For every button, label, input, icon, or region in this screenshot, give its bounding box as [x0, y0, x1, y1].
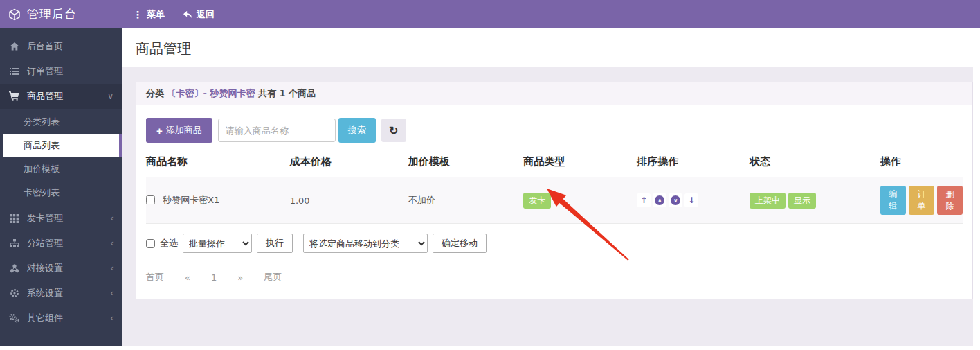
arrow-down-icon: ↓ [688, 195, 695, 205]
category-name: 〔卡密〕- 秒赞网卡密 [167, 88, 255, 98]
sort-up-button[interactable]: ↑ [637, 193, 651, 207]
row-checkbox[interactable] [146, 195, 155, 204]
table-row: 秒赞网卡密X1 1.00 不加价 发卡 ↑ ∧ ∨ [146, 177, 963, 224]
sidebar: 后台首页 订单管理 商品管理 ∨ 分类列表 商品列表 加价模板 [0, 28, 122, 346]
delete-button[interactable]: 删除 [937, 186, 963, 215]
status-cell: 上架中 显示 [750, 177, 880, 224]
sidebar-item-card-mgmt[interactable]: 发卡管理 ‹ [0, 206, 122, 231]
select-all-label: 全选 [160, 237, 178, 250]
col-header-name: 商品名称 [146, 147, 290, 177]
type-badge: 发卡 [523, 193, 551, 209]
add-product-button[interactable]: + 添加商品 [146, 118, 212, 143]
sidebar-item-dashboard[interactable]: 后台首页 [0, 34, 122, 59]
confirm-move-button[interactable]: 确定移动 [433, 234, 487, 253]
type-cell: 发卡 [523, 177, 637, 224]
back-link[interactable]: 返回 [183, 8, 215, 21]
cost-cell: 1.00 [290, 177, 408, 224]
chevron-left-icon: ‹ [110, 213, 114, 223]
gears-icon [8, 313, 20, 323]
chevron-down-icon: ∨ [107, 91, 114, 101]
product-table: 商品名称 成本价格 加价模板 商品类型 排序操作 状态 操作 [146, 147, 963, 224]
sidebar-item-label: 对接设置 [27, 262, 63, 274]
sort-cell: ↑ ∧ ∨ ↓ [637, 177, 750, 224]
page-title: 商品管理 [136, 40, 959, 58]
plus-icon: + [156, 125, 163, 137]
sort-to-top-button[interactable]: ∧ [653, 193, 666, 207]
submenu-item-label: 分类列表 [24, 116, 60, 128]
grid-icon [8, 214, 20, 223]
sidebar-item-products[interactable]: 商品管理 ∨ [0, 84, 122, 109]
toolbar: + 添加商品 搜索 ↻ [146, 118, 963, 143]
col-header-sort: 排序操作 [637, 147, 750, 177]
content-area: 分类 〔卡密〕- 秒赞网卡密 共有 1 个商品 + 添加商品 搜索 ↻ [122, 67, 973, 299]
submenu-item-label: 卡密列表 [24, 186, 60, 199]
actions-cell: 编辑 订单 删除 [880, 177, 963, 224]
brand[interactable]: 管理后台 [0, 6, 122, 22]
execute-button[interactable]: 执行 [257, 234, 293, 253]
sidebar-item-card-list[interactable]: 卡密列表 [0, 181, 122, 204]
submenu-item-label: 商品列表 [24, 139, 60, 152]
topbar: 管理后台 ⋮ 菜单 返回 [0, 0, 980, 28]
chevron-left-icon: ‹ [110, 288, 114, 298]
menu-label: 菜单 [147, 8, 165, 21]
last-page-link[interactable]: 尾页 [264, 271, 282, 283]
col-header-actions: 操作 [880, 147, 963, 177]
refresh-button[interactable]: ↻ [381, 119, 406, 142]
prev-page-link[interactable]: « [185, 272, 190, 283]
panel-header: 分类 〔卡密〕- 秒赞网卡密 共有 1 个商品 [136, 82, 972, 105]
status-badge-onsale[interactable]: 上架中 [750, 193, 786, 209]
sidebar-item-category-list[interactable]: 分类列表 [0, 110, 122, 134]
product-name: 秒赞网卡密X1 [163, 195, 219, 205]
sidebar-item-orders[interactable]: 订单管理 [0, 59, 122, 84]
sidebar-item-markup-template[interactable]: 加价模板 [0, 157, 122, 181]
markup-cell: 不加价 [408, 177, 523, 224]
brand-title: 管理后台 [27, 6, 77, 22]
search-input[interactable] [218, 119, 336, 142]
product-count: 共有 1 个商品 [258, 88, 316, 98]
box-logo-icon [8, 8, 21, 21]
move-category-select[interactable]: 将选定商品移动到分类 [303, 234, 428, 253]
sidebar-item-label: 分站管理 [27, 237, 63, 250]
add-product-label: 添加商品 [166, 124, 202, 137]
order-button[interactable]: 订单 [909, 186, 934, 215]
first-page-link[interactable]: 首页 [146, 271, 164, 283]
sidebar-item-components[interactable]: 其它组件 ‹ [0, 306, 122, 331]
table-header-row: 商品名称 成本价格 加价模板 商品类型 排序操作 状态 操作 [146, 147, 963, 177]
chevron-left-icon: ‹ [110, 313, 114, 323]
col-header-type: 商品类型 [523, 147, 637, 177]
search-button[interactable]: 搜索 [338, 118, 376, 143]
list-icon [8, 67, 20, 76]
next-page-link[interactable]: » [237, 272, 243, 283]
chevron-left-icon: ‹ [110, 263, 114, 273]
circle-up-icon: ∧ [655, 195, 664, 205]
chevron-left-icon: ‹ [110, 238, 114, 248]
sidebar-item-docking[interactable]: 对接设置 ‹ [0, 256, 122, 281]
select-all-checkbox[interactable] [146, 239, 155, 248]
sidebar-item-label: 其它组件 [27, 312, 63, 324]
bulk-operations: 全选 批量操作 执行 将选定商品移动到分类 确定移动 [146, 234, 963, 253]
sidebar-item-product-list[interactable]: 商品列表 [3, 134, 122, 157]
product-panel: 分类 〔卡密〕- 秒赞网卡密 共有 1 个商品 + 添加商品 搜索 ↻ [136, 82, 973, 299]
edit-button[interactable]: 编辑 [880, 186, 906, 215]
status-badge-visible[interactable]: 显示 [788, 193, 816, 209]
home-icon [8, 42, 20, 51]
menu-icon: ⋮ [133, 9, 143, 20]
menu-toggle[interactable]: ⋮ 菜单 [133, 8, 165, 21]
sitemap-icon [8, 239, 20, 248]
sidebar-item-label: 订单管理 [27, 65, 63, 78]
sidebar-item-label: 商品管理 [27, 90, 63, 103]
col-header-cost: 成本价格 [290, 147, 408, 177]
main-content: 商品管理 分类 〔卡密〕- 秒赞网卡密 共有 1 个商品 + 添加商品 搜索 ↻ [122, 28, 973, 346]
circle-down-icon: ∨ [671, 195, 680, 205]
sort-controls: ↑ ∧ ∨ ↓ [637, 193, 698, 207]
sidebar-item-system[interactable]: 系统设置 ‹ [0, 281, 122, 306]
topnav: ⋮ 菜单 返回 [133, 8, 215, 21]
sort-to-bottom-button[interactable]: ∨ [669, 193, 682, 207]
content-header: 商品管理 [122, 28, 973, 67]
sort-down-button[interactable]: ↓ [684, 193, 698, 207]
batch-action-select[interactable]: 批量操作 [183, 234, 252, 253]
scrollbar-track[interactable] [973, 28, 980, 350]
sidebar-item-substation[interactable]: 分站管理 ‹ [0, 231, 122, 256]
cart-icon [8, 91, 20, 101]
current-page[interactable]: 1 [211, 272, 217, 283]
